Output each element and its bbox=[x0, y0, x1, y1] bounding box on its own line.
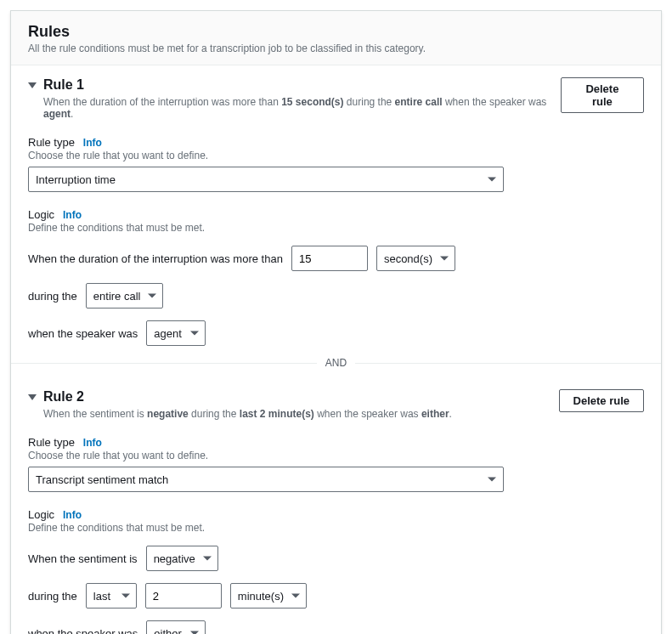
chevron-down-icon bbox=[291, 594, 300, 598]
panel-subtitle: All the rule conditions must be met for … bbox=[28, 42, 644, 54]
chevron-down-icon bbox=[440, 257, 449, 261]
rule-type-info-link[interactable]: Info bbox=[83, 437, 102, 449]
rule-1-toggle[interactable]: Rule 1 bbox=[28, 77, 561, 93]
rule-2-sentiment-select[interactable]: negative bbox=[146, 546, 218, 571]
rule-1-duration-input[interactable] bbox=[291, 246, 368, 271]
rule-1-type-select[interactable]: Interruption time bbox=[28, 167, 504, 192]
chevron-down-icon bbox=[148, 294, 156, 298]
chevron-down-icon bbox=[28, 394, 37, 400]
delete-rule-2-button[interactable]: Delete rule bbox=[559, 389, 644, 412]
rule-2-type-value: Transcript sentiment match bbox=[36, 473, 168, 486]
delete-rule-1-button[interactable]: Delete rule bbox=[561, 77, 644, 113]
rule-2-block: Rule 2 When the sentiment is negative du… bbox=[11, 386, 661, 634]
rule-2-toggle[interactable]: Rule 2 bbox=[28, 389, 452, 405]
rule-1-duration-unit-select[interactable]: second(s) bbox=[376, 246, 455, 271]
chevron-down-icon bbox=[190, 631, 199, 635]
rule-2-period-amount-input[interactable] bbox=[145, 583, 222, 609]
rule-1-speaker-select[interactable]: agent bbox=[146, 320, 206, 346]
logic-hint: Define the conditions that must be met. bbox=[28, 522, 644, 534]
rule-1-logic-text-1: When the duration of the interruption wa… bbox=[28, 252, 283, 265]
chevron-down-icon bbox=[488, 178, 496, 182]
rule-1-summary: When the duration of the interruption wa… bbox=[43, 96, 561, 120]
panel-header: Rules All the rule conditions must be me… bbox=[11, 11, 661, 65]
and-divider: AND bbox=[11, 363, 661, 386]
panel-title: Rules bbox=[28, 23, 644, 41]
rule-2-logic-text-3: when the speaker was bbox=[28, 627, 138, 635]
logic-info-link[interactable]: Info bbox=[63, 509, 82, 521]
logic-label: Logic bbox=[28, 208, 54, 221]
rule-1-type-value: Interruption time bbox=[36, 173, 116, 186]
chevron-down-icon bbox=[190, 331, 199, 336]
rule-2-period-unit-select[interactable]: minute(s) bbox=[230, 583, 307, 609]
rule-1-block: Rule 1 When the duration of the interrup… bbox=[11, 65, 661, 359]
rule-1-period-select[interactable]: entire call bbox=[86, 283, 164, 309]
rule-2-logic-text-1: When the sentiment is bbox=[28, 552, 138, 565]
logic-hint: Define the conditions that must be met. bbox=[28, 222, 644, 234]
rule-type-label: Rule type bbox=[28, 436, 75, 449]
rule-2-summary: When the sentiment is negative during th… bbox=[43, 408, 452, 420]
chevron-down-icon bbox=[121, 594, 130, 598]
rule-2-period-mode-select[interactable]: last bbox=[86, 583, 137, 609]
chevron-down-icon bbox=[28, 82, 37, 88]
rule-type-hint: Choose the rule that you want to define. bbox=[28, 150, 644, 161]
rule-2-logic-text-2: during the bbox=[28, 590, 77, 603]
rules-panel: Rules All the rule conditions must be me… bbox=[10, 10, 662, 634]
rule-1-logic-text-2: during the bbox=[28, 290, 77, 303]
rule-2-speaker-select[interactable]: either bbox=[146, 620, 206, 634]
rule-type-hint: Choose the rule that you want to define. bbox=[28, 450, 644, 461]
rule-1-title: Rule 1 bbox=[43, 77, 84, 93]
rule-type-info-link[interactable]: Info bbox=[83, 137, 102, 149]
logic-label: Logic bbox=[28, 508, 54, 521]
rule-1-logic-text-3: when the speaker was bbox=[28, 327, 138, 340]
logic-info-link[interactable]: Info bbox=[63, 209, 82, 221]
rule-2-title: Rule 2 bbox=[43, 389, 84, 405]
chevron-down-icon bbox=[488, 478, 496, 482]
rule-2-type-select[interactable]: Transcript sentiment match bbox=[28, 467, 504, 492]
chevron-down-icon bbox=[203, 557, 212, 561]
rule-type-label: Rule type bbox=[28, 136, 75, 149]
